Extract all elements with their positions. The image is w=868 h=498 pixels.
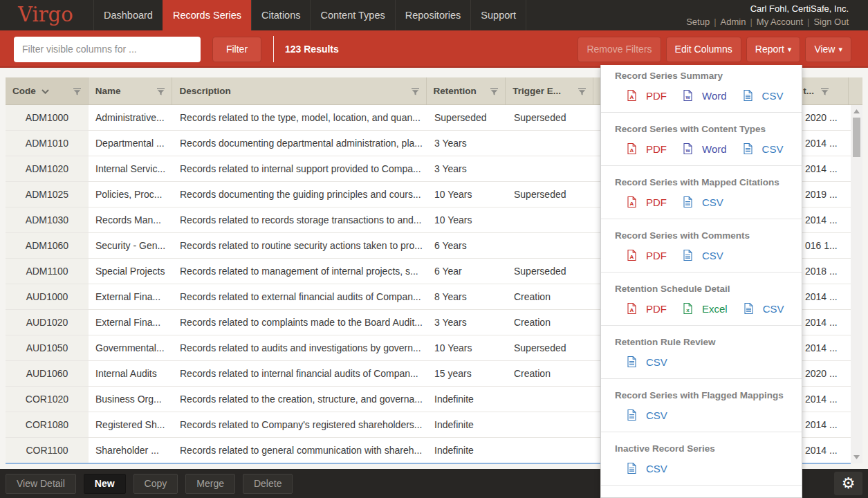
column-title: Description xyxy=(179,86,230,96)
cell-edit: 2018 ... xyxy=(802,259,851,284)
cell-edit: 2014 ... xyxy=(802,387,851,412)
report-link-pdf[interactable]: APDF xyxy=(627,196,667,208)
filter-funnel-icon[interactable] xyxy=(490,87,499,96)
cell-description: Records related to Company's registered … xyxy=(173,412,427,437)
cell-retention: Superseded xyxy=(427,105,507,130)
report-link-word[interactable]: wWord xyxy=(683,90,727,102)
cell-trigger xyxy=(507,233,595,258)
column-title: Retention xyxy=(434,86,477,96)
nav-tab-content-types[interactable]: Content Types xyxy=(310,0,394,30)
cell-name: Internal Servic... xyxy=(89,156,173,181)
gear-button[interactable]: ⚙ xyxy=(834,472,862,495)
report-link-pdf[interactable]: APDF xyxy=(627,143,667,155)
cell-trigger xyxy=(507,208,595,232)
nav-tab-dashboard[interactable]: Dashboard xyxy=(93,0,163,30)
filter-funnel-icon[interactable] xyxy=(156,87,165,96)
cell-description: Records related to general communication… xyxy=(173,438,427,463)
cell-code: AUD1000 xyxy=(6,284,89,309)
cell-name: Departmental ... xyxy=(89,131,173,156)
report-link-excel[interactable]: xExcel xyxy=(683,303,728,315)
cell-retention: 8 Years xyxy=(427,284,507,309)
cell-trigger xyxy=(507,438,595,463)
virgo-logo[interactable]: Virgo xyxy=(0,0,93,30)
cell-edit: 2014 ... xyxy=(802,131,851,156)
cell-description: Records related to audits and investigat… xyxy=(173,335,427,360)
column-header-description[interactable]: Description xyxy=(172,77,426,104)
user-links-separator: | xyxy=(807,17,809,27)
top-nav: Virgo DashboardRecords SeriesCitationsCo… xyxy=(0,0,868,30)
filter-funnel-icon[interactable] xyxy=(411,87,420,96)
user-link-my-account[interactable]: My Account xyxy=(757,17,803,27)
scroll-up-arrow[interactable] xyxy=(851,107,862,116)
report-link-csv[interactable]: CSV xyxy=(627,409,667,421)
filter-funnel-icon[interactable] xyxy=(578,87,587,96)
cell-retention: 3 Years xyxy=(427,310,507,335)
report-section-title: Record Series Summary xyxy=(615,71,802,82)
user-block: Carl Fohl, CertiSafe, Inc. Setup|Admin|M… xyxy=(686,3,849,27)
cell-edit: 2014 ... xyxy=(802,156,851,181)
cell-name: Business Org... xyxy=(89,387,173,412)
filter-funnel-icon[interactable] xyxy=(73,87,82,96)
column-header-trigger-e[interactable]: Trigger E... xyxy=(506,77,593,104)
report-link-csv[interactable]: CSV xyxy=(627,463,667,474)
user-link-setup[interactable]: Setup xyxy=(686,17,710,27)
report-link-csv[interactable]: CSV xyxy=(627,356,667,368)
filter-funnel-icon[interactable] xyxy=(820,87,829,96)
report-link-csv[interactable]: CSV xyxy=(744,303,784,315)
filter-input[interactable] xyxy=(14,37,201,62)
copy-button[interactable]: Copy xyxy=(133,474,178,494)
report-link-csv[interactable]: CSV xyxy=(683,250,723,261)
column-header-retention[interactable]: Retention xyxy=(427,77,506,104)
cell-code: AUD1060 xyxy=(6,361,89,386)
view-button[interactable]: View▾ xyxy=(805,37,851,62)
report-link-csv[interactable]: CSV xyxy=(744,143,784,155)
user-link-admin[interactable]: Admin xyxy=(721,17,746,27)
filter-toolbar: Filter 123 Results Remove FiltersEdit Co… xyxy=(0,30,868,68)
column-header-name[interactable]: Name xyxy=(89,77,173,104)
delete-button[interactable]: Delete xyxy=(243,474,293,494)
report-section-record-series-with-flagged-mappings: Record Series with Flagged MappingsCSV xyxy=(601,379,802,432)
column-header-t[interactable]: t... xyxy=(800,77,849,104)
edit-columns-button[interactable]: Edit Columns xyxy=(666,37,741,62)
view-detail-button[interactable]: View Detail xyxy=(6,474,76,494)
filter-button[interactable]: Filter xyxy=(212,37,261,62)
svg-text:A: A xyxy=(630,254,634,260)
cell-name: Policies, Proc... xyxy=(89,182,173,207)
nav-tab-records-series[interactable]: Records Series xyxy=(163,0,251,30)
report-link-pdf[interactable]: APDF xyxy=(627,303,667,315)
toolbar-actions: Remove FiltersEdit ColumnsReport▾View▾ xyxy=(578,37,851,62)
report-button[interactable]: Report▾ xyxy=(746,37,801,62)
report-section-title: Record Series with Mapped Citations xyxy=(615,177,802,188)
report-links-row: APDFwWordCSV xyxy=(615,89,802,102)
nav-tab-support[interactable]: Support xyxy=(470,0,526,30)
csv-file-icon xyxy=(683,250,697,261)
cell-trigger xyxy=(507,131,595,156)
report-link-pdf[interactable]: APDF xyxy=(627,250,667,261)
report-section-title: Record Series with Flagged Mappings xyxy=(615,390,802,401)
report-links-row: CSV xyxy=(615,461,802,475)
report-link-label: CSV xyxy=(762,90,784,102)
report-section-record-series-with-comments: Record Series with CommentsAPDFCSV xyxy=(601,219,802,273)
cell-code: AUD1020 xyxy=(6,310,89,335)
new-button[interactable]: New xyxy=(84,474,126,494)
report-links-row: CSV xyxy=(615,408,802,422)
merge-button[interactable]: Merge xyxy=(185,474,235,494)
user-link-sign-out[interactable]: Sign Out xyxy=(813,17,849,27)
remove-filters-button[interactable]: Remove Filters xyxy=(578,37,661,62)
csv-file-icon xyxy=(744,303,758,314)
report-links-row: CSV xyxy=(615,355,802,369)
report-link-csv[interactable]: CSV xyxy=(683,196,723,208)
report-link-csv[interactable]: CSV xyxy=(744,90,784,102)
nav-tab-repositories[interactable]: Repositories xyxy=(395,0,471,30)
report-link-word[interactable]: wWord xyxy=(683,143,727,155)
cell-code: COR1020 xyxy=(6,387,89,412)
scroll-down-arrow[interactable] xyxy=(851,452,862,462)
vertical-scrollbar[interactable] xyxy=(851,105,862,463)
column-header-code[interactable]: Code xyxy=(6,77,89,104)
report-link-pdf[interactable]: APDF xyxy=(627,90,667,102)
scrollbar-thumb[interactable] xyxy=(853,118,860,157)
nav-tab-citations[interactable]: Citations xyxy=(251,0,310,30)
pdf-file-icon: A xyxy=(627,196,641,208)
cell-description: Records related to complaints made to th… xyxy=(173,310,427,335)
column-title: Code xyxy=(12,86,36,96)
